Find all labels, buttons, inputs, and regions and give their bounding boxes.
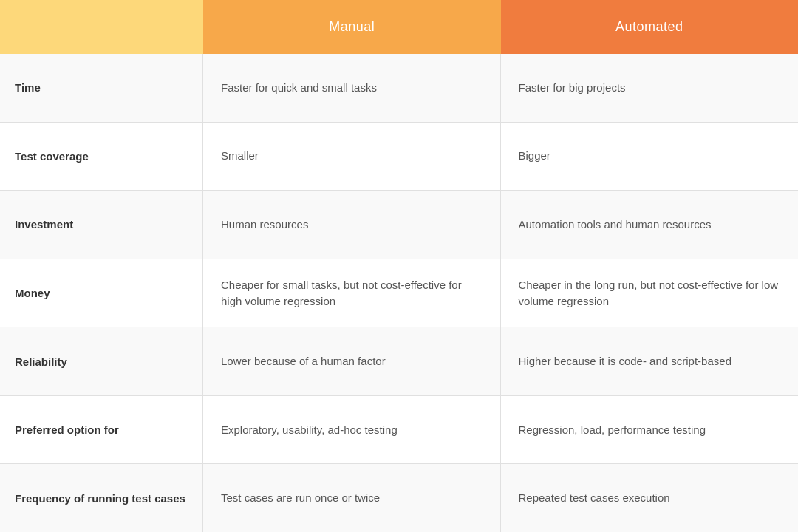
header-manual: Manual [203, 0, 501, 54]
row-cell-reliability-automated: Higher because it is code- and script-ba… [501, 327, 799, 395]
table-row: Frequency of running test cases Test cas… [0, 464, 798, 532]
row-cell-test-coverage-automated: Bigger [501, 123, 799, 191]
row-cell-test-coverage-manual: Smaller [203, 123, 501, 191]
row-cell-investment-manual: Human resources [203, 191, 501, 259]
table-row: Investment Human resources Automation to… [0, 191, 798, 259]
manual-label: Manual [329, 19, 375, 35]
row-cell-time-automated: Faster for big projects [501, 54, 799, 122]
table-row: Test coverage Smaller Bigger [0, 123, 798, 191]
row-label-reliability: Reliability [0, 327, 203, 395]
automated-label: Automated [615, 19, 683, 35]
table-row: Reliability Lower because of a human fac… [0, 327, 798, 396]
row-cell-investment-automated: Automation tools and human resources [501, 191, 799, 259]
row-cell-time-manual: Faster for quick and small tasks [203, 54, 501, 122]
table-row: Preferred option for Exploratory, usabil… [0, 396, 798, 465]
row-label-test-coverage: Test coverage [0, 123, 203, 191]
data-rows: Time Faster for quick and small tasks Fa… [0, 54, 798, 532]
row-cell-frequency-automated: Repeated test cases execution [501, 464, 799, 532]
row-cell-frequency-manual: Test cases are run once or twice [203, 464, 501, 532]
row-cell-money-automated: Cheaper in the long run, but not cost-ef… [501, 259, 799, 327]
row-cell-reliability-manual: Lower because of a human factor [203, 327, 501, 395]
row-cell-preferred-manual: Exploratory, usability, ad-hoc testing [203, 396, 501, 464]
row-label-time: Time [0, 54, 203, 122]
header-row: Manual Automated [0, 0, 798, 54]
row-label-money: Money [0, 259, 203, 327]
row-cell-preferred-automated: Regression, load, performance testing [501, 396, 799, 464]
table-row: Time Faster for quick and small tasks Fa… [0, 54, 798, 123]
row-cell-money-manual: Cheaper for small tasks, but not cost-ef… [203, 259, 501, 327]
table-row: Money Cheaper for small tasks, but not c… [0, 259, 798, 328]
header-automated: Automated [501, 0, 799, 54]
row-label-frequency: Frequency of running test cases [0, 464, 203, 532]
header-empty-cell [0, 0, 203, 54]
row-label-investment: Investment [0, 191, 203, 259]
row-label-preferred: Preferred option for [0, 396, 203, 464]
comparison-table: Manual Automated Time Faster for quick a… [0, 0, 798, 532]
